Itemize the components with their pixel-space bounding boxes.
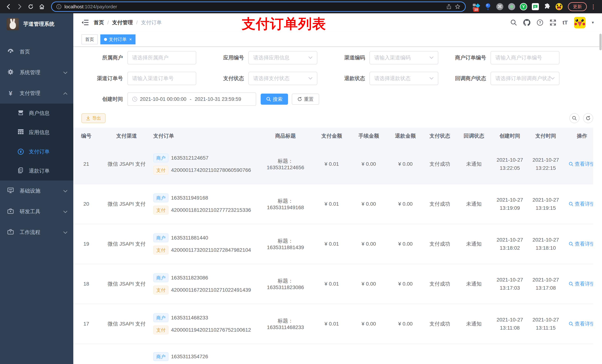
document-icon [18, 167, 24, 175]
chevron-down-icon [550, 77, 555, 80]
order-id: 20 [73, 184, 103, 224]
avatar-caret-icon[interactable]: ▾ [592, 20, 594, 25]
url-bar[interactable]: localhost:1024/pay/order [51, 1, 466, 12]
reset-button[interactable]: 重置 [292, 94, 319, 105]
pay-tag: 支付 [153, 286, 168, 294]
extension-chat-icon[interactable] [532, 3, 539, 10]
sidebar-item-label: 应用信息 [29, 129, 50, 136]
profile-emoji-icon[interactable] [555, 3, 563, 10]
filter-label: 渠道订单号 [81, 75, 127, 82]
merchant-input[interactable] [127, 51, 196, 64]
merchant-tag: 商户 [153, 193, 168, 202]
sidebar-item-app-info[interactable]: 应用信息 [0, 123, 73, 142]
merchant-order-no-input[interactable] [491, 51, 559, 64]
merchant-order-no-field[interactable] [495, 55, 555, 61]
browser-reload-button[interactable] [26, 2, 35, 11]
pay-channel: 微信 JSAPI 支付 [103, 304, 150, 344]
app-id-select[interactable]: 请选择应用信息 [248, 51, 317, 64]
sidebar-item-payment[interactable]: ¥ 支付管理 [0, 83, 73, 104]
breadcrumb-section[interactable]: 支付管理 [112, 19, 133, 26]
channel-order-no-field[interactable] [132, 75, 191, 81]
pay-status-select[interactable]: 请选择支付状态 [248, 72, 317, 85]
github-icon[interactable] [523, 19, 530, 26]
page-scrollbar[interactable] [599, 34, 602, 50]
channel-code-select[interactable]: 请输入渠道编码 [369, 51, 438, 64]
date-range-input[interactable]: 2021-10-01 00:00:00 - 2021-10-31 23:59:5… [127, 93, 256, 106]
table-row: 18 微信 JSAPI 支付 商户1635311823086 支付4200001… [73, 264, 593, 304]
tab-close-icon[interactable]: × [129, 37, 132, 42]
user-avatar[interactable] [574, 17, 586, 28]
browser-update-button[interactable]: 更新 [568, 2, 587, 11]
sidebar-item-workflow[interactable]: 工作流程 [0, 222, 73, 243]
merchant-input-field[interactable] [132, 55, 191, 61]
share-icon[interactable] [446, 4, 452, 10]
sidebar-item-refund-order[interactable]: 退款订单 [0, 161, 73, 180]
reload-icon [28, 4, 34, 10]
pay-status: 支付成功 [424, 184, 456, 224]
browser-back-button[interactable] [4, 2, 13, 11]
filter-label: 退款状态 [323, 75, 369, 82]
grid-icon [18, 129, 24, 136]
refund-amount: ¥ 0.00 [387, 224, 424, 264]
orders-table: 编号 支付渠道 支付订单 商品标题 支付金额 手续金额 退款金额 支付状态 回调… [73, 128, 593, 364]
export-button[interactable]: 导出 [81, 113, 106, 123]
sidebar-item-merchant-info[interactable]: 商户信息 [0, 104, 73, 123]
channel-order-no-input[interactable] [127, 72, 196, 85]
fullscreen-icon[interactable] [550, 19, 556, 26]
search-icon[interactable] [510, 19, 517, 26]
refund-status-select[interactable]: 请选择退款状态 [369, 72, 438, 85]
magnifier-icon [266, 97, 271, 102]
toggle-search-button[interactable] [570, 113, 580, 123]
sidebar-item-pay-order[interactable]: ¥ 支付订单 [0, 142, 73, 161]
tab-pay-order[interactable]: 支付订单 × [100, 34, 136, 44]
browser-menu-button[interactable]: ⋮ [588, 3, 598, 10]
view-detail-link[interactable]: 查看详情 [569, 200, 593, 208]
site-info-icon[interactable] [56, 4, 62, 9]
date-separator: - [189, 96, 192, 102]
view-detail-link[interactable]: 查看详情 [569, 161, 593, 167]
view-detail-link[interactable]: 查看详情 [569, 281, 593, 287]
bookmark-star-icon[interactable] [455, 4, 461, 10]
pay-tag: 支付 [153, 166, 168, 175]
tab-home[interactable]: 首页 [81, 34, 98, 44]
sidebar-item-system[interactable]: 系统管理 [0, 62, 73, 83]
browser-home-button[interactable] [37, 2, 47, 11]
search-button[interactable]: 搜索 [261, 94, 288, 105]
sidebar-item-home[interactable]: 首页 [0, 42, 73, 62]
pay-status: 支付成功 [424, 264, 456, 304]
notify-status: 未通知 [456, 184, 492, 224]
search-button-label: 搜索 [273, 96, 282, 103]
extension-command-icon[interactable]: ⌘ [496, 3, 504, 10]
extension-blue-diamond-icon[interactable]: 10 [473, 3, 480, 10]
goods-title: 标题：1635312124656 [258, 144, 313, 184]
paid-time: 2021-10-2713:11:15 [528, 304, 563, 344]
sidebar-collapse-icon[interactable] [81, 20, 88, 26]
y-glyph: Y [522, 4, 525, 9]
view-detail-link[interactable]: 查看详情 [569, 320, 593, 327]
extension-y-logo-icon[interactable]: Y [520, 3, 527, 10]
briefcase-icon [7, 229, 14, 236]
home-icon [39, 3, 45, 10]
notify-status-select[interactable]: 请选择订单回调商户状态 [491, 72, 559, 85]
table-toolbar: 导出 [81, 113, 593, 123]
extension-record-icon[interactable] [508, 3, 515, 10]
pay-order-cell: 商户1635311823086 支付4200001167202110271022… [150, 264, 258, 304]
filter-row-1: 所属商户 应用编号 请选择应用信息 渠道编码 请输入渠道编码 [81, 51, 593, 64]
font-size-icon[interactable]: tT [563, 20, 568, 26]
browser-forward-button[interactable] [15, 2, 24, 11]
filter-create-time: 创建时间 2021-10-01 00:00:00 - 2021-10-31 23… [81, 93, 256, 106]
magnifier-icon [569, 322, 573, 326]
extensions-puzzle-icon[interactable] [544, 3, 551, 10]
tags-view-bar: 首页 支付订单 × [73, 32, 602, 47]
refresh-table-button[interactable] [583, 113, 593, 123]
table-row: 19 微信 JSAPI 支付 商户1635311881440 支付4200001… [73, 224, 593, 264]
view-detail-link[interactable]: 查看详情 [569, 240, 593, 248]
extension-balloon-icon[interactable] [484, 3, 492, 10]
sidebar-item-infrastructure[interactable]: 基础设施 [0, 180, 73, 201]
export-button-label: 导出 [92, 115, 101, 121]
magnifier-icon [569, 281, 573, 286]
sidebar-item-dev-tools[interactable]: 研发工具 [0, 201, 73, 222]
breadcrumb-home[interactable]: 首页 [94, 19, 104, 26]
app-logo-row[interactable]: 芋道管理系统 [0, 13, 73, 35]
help-icon[interactable]: ? [537, 19, 543, 26]
